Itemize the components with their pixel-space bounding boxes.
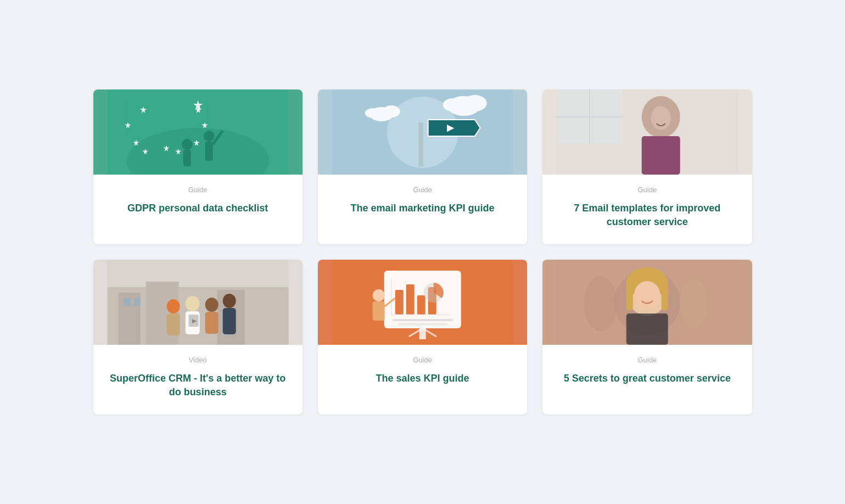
card-superoffice[interactable]: VideoSuperOffice CRM - It's a better way… bbox=[93, 260, 303, 415]
card-image-superoffice bbox=[93, 260, 303, 345]
svg-rect-58 bbox=[395, 290, 403, 315]
svg-rect-41 bbox=[124, 298, 130, 306]
svg-rect-44 bbox=[166, 313, 180, 335]
card-email-kpi[interactable]: ▶ GuideThe email marketing KPI guide bbox=[318, 89, 527, 244]
card-email-templates[interactable]: Guide7 Email templates for improved cust… bbox=[542, 89, 752, 244]
svg-point-14 bbox=[203, 131, 214, 142]
svg-point-67 bbox=[372, 289, 384, 301]
svg-rect-76 bbox=[626, 283, 633, 310]
card-image-gdpr bbox=[93, 89, 303, 175]
card-grid: GuideGDPR personal data checklist ▶ Guid… bbox=[93, 89, 752, 415]
card-type-sales-kpi: Guide bbox=[413, 356, 432, 364]
card-title-gdpr: GDPR personal data checklist bbox=[127, 201, 268, 215]
card-title-sales-kpi: The sales KPI guide bbox=[376, 372, 469, 385]
card-type-email-templates: Guide bbox=[637, 186, 657, 194]
svg-rect-48 bbox=[205, 312, 218, 334]
card-image-sales-kpi bbox=[318, 260, 527, 345]
card-image-email-kpi: ▶ bbox=[318, 89, 527, 175]
svg-point-27 bbox=[365, 108, 380, 118]
svg-rect-13 bbox=[183, 150, 191, 166]
card-title-email-templates: 7 Email templates for improved customer … bbox=[556, 201, 738, 229]
svg-rect-42 bbox=[133, 298, 140, 306]
card-type-email-kpi: Guide bbox=[413, 186, 432, 194]
svg-point-32 bbox=[651, 106, 671, 130]
card-image-email-templates bbox=[542, 89, 752, 175]
card-body-gdpr: GuideGDPR personal data checklist bbox=[93, 175, 303, 244]
svg-point-45 bbox=[185, 296, 199, 311]
svg-point-43 bbox=[166, 299, 180, 313]
card-body-email-templates: Guide7 Email templates for improved cust… bbox=[542, 175, 752, 244]
svg-point-49 bbox=[222, 294, 236, 308]
svg-point-24 bbox=[443, 98, 462, 111]
svg-rect-77 bbox=[662, 283, 668, 310]
svg-point-26 bbox=[382, 105, 400, 117]
card-customer-service[interactable]: Guide5 Secrets to great customer service bbox=[542, 260, 752, 415]
svg-rect-65 bbox=[392, 319, 452, 321]
card-sales-kpi[interactable]: GuideThe sales KPI guide bbox=[318, 260, 527, 415]
card-type-customer-service: Guide bbox=[637, 356, 657, 364]
svg-point-12 bbox=[181, 139, 192, 150]
card-body-email-kpi: GuideThe email marketing KPI guide bbox=[318, 175, 527, 244]
svg-rect-60 bbox=[417, 295, 425, 315]
card-title-customer-service: 5 Secrets to great customer service bbox=[564, 372, 731, 385]
svg-text:▶: ▶ bbox=[446, 123, 454, 132]
svg-point-23 bbox=[462, 95, 486, 111]
svg-rect-19 bbox=[418, 122, 423, 166]
svg-rect-68 bbox=[372, 301, 384, 321]
card-type-superoffice: Video bbox=[189, 356, 207, 364]
card-title-email-kpi: The email marketing KPI guide bbox=[350, 201, 494, 215]
card-body-superoffice: VideoSuperOffice CRM - It's a better way… bbox=[93, 345, 303, 415]
card-type-gdpr: Guide bbox=[188, 186, 208, 194]
svg-point-47 bbox=[205, 298, 218, 312]
svg-rect-15 bbox=[205, 142, 212, 161]
svg-rect-31 bbox=[642, 136, 680, 175]
svg-marker-20 bbox=[428, 120, 480, 136]
card-image-customer-service bbox=[542, 260, 752, 345]
card-title-superoffice: SuperOffice CRM - It's a better way to d… bbox=[107, 372, 289, 399]
svg-rect-66 bbox=[398, 323, 447, 325]
svg-point-79 bbox=[584, 276, 617, 331]
card-body-sales-kpi: GuideThe sales KPI guide bbox=[318, 345, 527, 415]
card-gdpr[interactable]: GuideGDPR personal data checklist bbox=[93, 89, 303, 244]
svg-rect-74 bbox=[626, 313, 668, 345]
card-body-customer-service: Guide5 Secrets to great customer service bbox=[542, 345, 752, 415]
svg-point-78 bbox=[634, 281, 661, 310]
svg-rect-50 bbox=[222, 308, 236, 334]
svg-rect-59 bbox=[406, 284, 414, 315]
svg-point-80 bbox=[680, 279, 708, 328]
